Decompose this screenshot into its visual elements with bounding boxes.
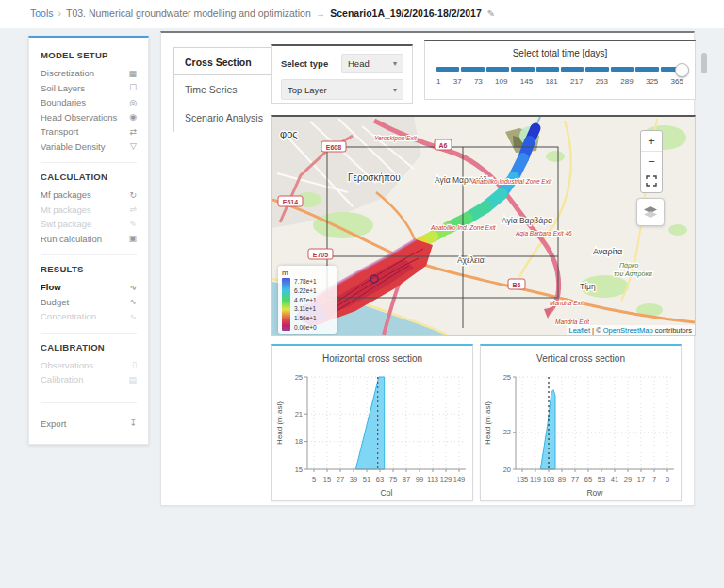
calendar-icon: ▦ — [128, 69, 137, 78]
leaflet-link[interactable]: Leaflet — [569, 326, 591, 335]
sidebar-item-observations: Observations▯ — [41, 358, 137, 373]
svg-text:27: 27 — [337, 475, 344, 483]
svg-text:B6: B6 — [513, 282, 521, 288]
filter-icon: ▽ — [130, 141, 137, 151]
download-icon: ↧ — [129, 418, 137, 428]
time-slider-title: Select total time [days] — [436, 48, 683, 58]
sidebar-item-concentration: Concentration∿ — [41, 309, 137, 324]
sidebar-item-calibration: Calibration▤ — [41, 372, 137, 387]
sidebar-item-soil-layers[interactable]: Soil Layers☐ — [41, 81, 137, 96]
section-calculation: CALCULATION Mf packages↻ Mt packages⇌ Sw… — [41, 162, 137, 246]
color-scale-legend: m 7.78e+1 6.22e+1 4.67e+1 3.11e+1 1.56e+… — [278, 266, 337, 334]
svg-text:Mandria Exit: Mandria Exit — [555, 318, 590, 325]
svg-text:Yeroskipou Exit: Yeroskipou Exit — [374, 135, 418, 142]
svg-text:φος: φος — [280, 128, 298, 139]
breadcrumb-scenario: Scenario1A_19/2/2016-18/2/2017 — [330, 8, 482, 19]
breadcrumb-project[interactable]: T03. Numerical groundwater modelling and… — [66, 8, 311, 19]
top-bar: Tools›T03. Numerical groundwater modelli… — [0, 0, 724, 28]
svg-text:51: 51 — [363, 475, 370, 483]
svg-text:5: 5 — [312, 475, 316, 483]
vertical-cross-section-card: Vertical cross section 13511910389776553… — [480, 344, 682, 501]
eye-icon: ◉ — [129, 112, 137, 122]
layer-dropdown[interactable]: Top Layer ▾ — [281, 79, 403, 100]
sidebar-item-boundaries[interactable]: Boundaries◎ — [41, 95, 137, 110]
sidebar-item-flow[interactable]: Flow∿ — [41, 280, 137, 295]
sidebar-item-swt-package: Swt package✎ — [41, 217, 137, 232]
svg-text:A6: A6 — [439, 142, 448, 149]
svg-text:65: 65 — [584, 475, 592, 483]
sidebar-item-budget[interactable]: Budget∿ — [41, 295, 137, 310]
zoom-out-button[interactable]: − — [641, 152, 662, 172]
svg-text:Αναρίτα: Αναρίτα — [593, 247, 622, 256]
map[interactable]: φος Γεροσκήπου Αγία Μαρινούδα Αγία Βαρβά… — [272, 115, 696, 336]
svg-text:Τίμη: Τίμη — [580, 282, 596, 291]
chevron-down-icon: ▾ — [393, 86, 397, 94]
chart-line-icon: ∿ — [129, 283, 137, 292]
svg-text:Αχέλεια: Αχέλεια — [457, 255, 485, 265]
breadcrumb-separator: › — [58, 8, 62, 19]
svg-text:25: 25 — [503, 373, 511, 382]
scrollbar-thumb[interactable] — [701, 53, 707, 74]
svg-text:103: 103 — [543, 475, 555, 483]
svg-text:119: 119 — [530, 475, 541, 483]
svg-text:E614: E614 — [283, 199, 298, 205]
sidebar-item-head-observations[interactable]: Head Observations◉ — [41, 110, 137, 125]
svg-text:149: 149 — [453, 475, 466, 483]
svg-text:Γεροσκήπου: Γεροσκήπου — [348, 172, 401, 183]
exchange-icon: ⇌ — [129, 204, 137, 214]
section-model-setup: MODEL SETUP Discretization▦ Soil Layers☐… — [41, 41, 137, 154]
sidebar: MODEL SETUP Discretization▦ Soil Layers☐… — [28, 36, 149, 445]
sidebar-item-transport[interactable]: Transport⇄ — [41, 124, 137, 139]
time-slider-handle[interactable] — [675, 63, 689, 77]
svg-text:του Ασπρόκα: του Ασπρόκα — [614, 270, 653, 278]
legend-gradient-bar — [282, 278, 290, 331]
svg-text:29: 29 — [624, 475, 632, 483]
svg-text:18: 18 — [295, 437, 303, 446]
select-type-panel: Select type Head ▾ Top Layer ▾ — [272, 44, 413, 104]
breadcrumb-tools-link[interactable]: Tools — [30, 8, 54, 19]
zoom-in-button[interactable]: + — [641, 131, 662, 152]
legend-unit: m — [282, 269, 333, 277]
osm-link[interactable]: OpenStreetMap — [603, 326, 653, 335]
sidebar-item-variable-density[interactable]: Variable Density▽ — [41, 139, 137, 155]
svg-text:129: 129 — [440, 475, 452, 483]
fullscreen-button[interactable] — [641, 172, 662, 192]
file-icon: ▯ — [132, 360, 137, 369]
time-slider-ticks: 13773109145181217253289325365 — [436, 77, 683, 86]
pencil-icon: ✎ — [129, 220, 137, 229]
svg-text:99: 99 — [416, 475, 423, 483]
time-slider-track[interactable] — [436, 67, 683, 72]
type-dropdown[interactable]: Head ▾ — [341, 54, 403, 73]
chevron-down-icon: ▾ — [393, 59, 397, 68]
svg-text:25: 25 — [295, 373, 303, 382]
svg-text:0: 0 — [666, 475, 669, 483]
svg-text:22: 22 — [503, 428, 511, 436]
sidebar-item-mf-packages[interactable]: Mf packages↻ — [41, 188, 137, 203]
section-title: RESULTS — [41, 264, 137, 274]
chart-line-icon: ∿ — [129, 297, 137, 306]
layers-button[interactable] — [636, 198, 665, 226]
vertical-cross-section-chart: 1351191038977655341291770202225RowHead (… — [481, 370, 681, 498]
breadcrumb-arrow: → — [316, 8, 326, 19]
sidebar-item-export[interactable]: Export↧ — [41, 416, 137, 432]
shuffle-icon: ⇄ — [129, 127, 137, 137]
map-marker-icon: ◎ — [129, 98, 137, 107]
sidebar-item-discretization[interactable]: Discretization▦ — [41, 66, 137, 81]
svg-text:17: 17 — [637, 475, 645, 483]
svg-text:Row: Row — [586, 488, 603, 498]
svg-text:Head (m asl): Head (m asl) — [275, 401, 284, 445]
select-type-label: Select type — [281, 58, 328, 69]
chart-title: Horizontal cross section — [272, 346, 472, 370]
map-attribution: Leaflet | © OpenStreetMap contributors — [567, 325, 696, 335]
svg-text:39: 39 — [350, 475, 357, 483]
save-icon: ▣ — [128, 234, 137, 243]
edit-pencil-icon[interactable]: ✎ — [487, 8, 495, 19]
section-export: Export↧ — [41, 402, 137, 432]
layers-icon: ☐ — [129, 83, 137, 92]
svg-text:Anatoliko Industrial Zone Exit: Anatoliko Industrial Zone Exit — [471, 178, 552, 185]
svg-text:Πάρκο: Πάρκο — [619, 262, 638, 270]
sidebar-item-run-calculation[interactable]: Run calculation▣ — [41, 232, 137, 247]
svg-text:113: 113 — [427, 475, 438, 483]
svg-text:75: 75 — [389, 475, 397, 483]
svg-text:87: 87 — [403, 475, 410, 483]
